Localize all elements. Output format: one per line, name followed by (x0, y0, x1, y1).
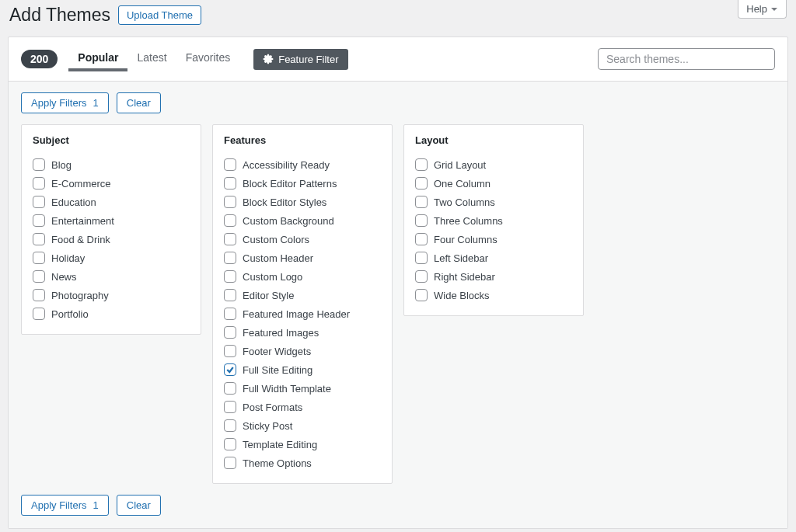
checkbox[interactable] (415, 196, 428, 208)
filter-checkbox-row[interactable]: Photography (33, 286, 190, 304)
filter-checkbox-row[interactable]: Theme Options (224, 454, 381, 472)
filter-checkbox-row[interactable]: Custom Background (224, 211, 381, 230)
checkbox[interactable] (415, 270, 428, 283)
filter-checkbox-row[interactable]: Sticky Post (224, 416, 381, 435)
apply-filters-button[interactable]: Apply Filters 1 (21, 92, 109, 113)
tab-favorites[interactable]: Favorites (176, 47, 240, 71)
apply-filters-button-bottom[interactable]: Apply Filters 1 (21, 495, 109, 516)
checkbox[interactable] (224, 270, 236, 283)
checkbox[interactable] (415, 289, 428, 301)
clear-filters-button-bottom[interactable]: Clear (117, 495, 161, 516)
filter-checkbox-row[interactable]: Holiday (33, 249, 190, 267)
filter-checkbox-row[interactable]: Editor Style (224, 286, 381, 304)
checkbox[interactable] (224, 289, 236, 301)
filter-checkbox-row[interactable]: Custom Header (224, 249, 381, 267)
checkbox[interactable] (224, 438, 236, 450)
checkbox-label: Left Sidebar (434, 252, 488, 264)
filter-checkbox-row[interactable]: Full Site Editing (224, 360, 381, 379)
checkbox-checked[interactable] (224, 363, 236, 376)
feature-filter-button[interactable]: Feature Filter (253, 49, 347, 70)
feature-filter-body: Apply Filters 1 Clear Subject BlogE-Comm… (9, 82, 787, 528)
checkbox-label: Portfolio (51, 308, 89, 320)
filter-checkbox-row[interactable]: Portfolio (33, 304, 190, 323)
tab-popular[interactable]: Popular (68, 47, 127, 71)
page-header: Add Themes Upload Theme (0, 0, 796, 37)
filter-checkbox-row[interactable]: One Column (415, 174, 572, 193)
checkbox[interactable] (415, 177, 428, 190)
filter-checkbox-row[interactable]: Three Columns (415, 211, 572, 230)
filter-checkbox-row[interactable]: Template Editing (224, 435, 381, 454)
checkbox[interactable] (415, 233, 428, 245)
filter-checkbox-row[interactable]: Blog (33, 155, 190, 174)
filter-checkbox-row[interactable]: Block Editor Patterns (224, 174, 381, 193)
filter-checkbox-row[interactable]: Post Formats (224, 398, 381, 416)
checkbox[interactable] (33, 214, 45, 227)
search-input[interactable] (598, 48, 775, 70)
search-wrap (598, 48, 775, 70)
filter-checkbox-row[interactable]: Footer Widgets (224, 342, 381, 360)
filter-checkbox-row[interactable]: News (33, 267, 190, 286)
filter-checkbox-row[interactable]: Full Width Template (224, 379, 381, 398)
upload-theme-button[interactable]: Upload Theme (118, 5, 201, 25)
filter-column-features: Features Accessibility ReadyBlock Editor… (212, 124, 393, 484)
help-dropdown[interactable]: Help (738, 0, 787, 19)
filter-checkbox-row[interactable]: Four Columns (415, 230, 572, 249)
feature-filter-label: Feature Filter (278, 54, 338, 65)
filter-checkbox-row[interactable]: Custom Colors (224, 230, 381, 249)
checkbox[interactable] (224, 308, 236, 320)
checkbox[interactable] (33, 158, 45, 171)
checkbox[interactable] (224, 382, 236, 395)
checkbox[interactable] (33, 289, 45, 301)
filter-checkbox-row[interactable]: Custom Logo (224, 267, 381, 286)
filter-checkbox-row[interactable]: Block Editor Styles (224, 193, 381, 211)
filter-actions-top: Apply Filters 1 Clear (21, 92, 775, 113)
checkbox[interactable] (224, 326, 236, 339)
checkbox[interactable] (224, 214, 236, 227)
checkbox-label: Wide Blocks (434, 290, 490, 301)
tab-latest[interactable]: Latest (127, 47, 176, 71)
filter-checkbox-row[interactable]: Accessibility Ready (224, 155, 381, 174)
checkbox-label: Holiday (51, 252, 85, 264)
checkbox[interactable] (224, 401, 236, 413)
filter-checkbox-row[interactable]: Wide Blocks (415, 286, 572, 304)
check-icon (225, 365, 235, 374)
checkbox[interactable] (224, 196, 236, 208)
checkbox-label: News (51, 271, 77, 283)
filter-checkbox-row[interactable]: Entertainment (33, 211, 190, 230)
checkbox-label: Custom Background (243, 215, 334, 227)
checkbox-label: Sticky Post (243, 420, 292, 432)
checkbox[interactable] (33, 270, 45, 283)
apply-filters-label: Apply Filters (31, 97, 87, 109)
filter-checkbox-row[interactable]: Grid Layout (415, 155, 572, 174)
checkbox[interactable] (415, 214, 428, 227)
checkbox[interactable] (33, 233, 45, 245)
checkbox[interactable] (33, 177, 45, 190)
checkbox[interactable] (415, 158, 428, 171)
checkbox[interactable] (33, 252, 45, 264)
checkbox[interactable] (415, 252, 428, 264)
checkbox-label: Accessibility Ready (243, 159, 330, 171)
checkbox[interactable] (224, 457, 236, 469)
checkbox[interactable] (33, 308, 45, 320)
apply-filters-label: Apply Filters (31, 499, 87, 511)
filter-checkbox-row[interactable]: E-Commerce (33, 174, 190, 193)
clear-filters-button[interactable]: Clear (117, 92, 161, 113)
filter-checkbox-row[interactable]: Featured Images (224, 323, 381, 342)
checkbox-label: Block Editor Styles (243, 196, 326, 208)
checkbox[interactable] (224, 419, 236, 432)
checkbox[interactable] (224, 252, 236, 264)
checkbox[interactable] (224, 233, 236, 245)
checkbox[interactable] (224, 177, 236, 190)
filter-toolbar: 200 Popular Latest Favorites Feature Fil… (9, 37, 787, 82)
filter-column-layout: Layout Grid LayoutOne ColumnTwo ColumnsT… (403, 124, 584, 316)
filter-checkbox-row[interactable]: Two Columns (415, 193, 572, 211)
filter-checkbox-row[interactable]: Right Sidebar (415, 267, 572, 286)
checkbox[interactable] (224, 345, 236, 357)
checkbox[interactable] (33, 196, 45, 208)
filter-checkbox-row[interactable]: Food & Drink (33, 230, 190, 249)
filter-checkbox-row[interactable]: Education (33, 193, 190, 211)
checkbox-label: Blog (51, 159, 72, 171)
checkbox[interactable] (224, 158, 236, 171)
filter-checkbox-row[interactable]: Left Sidebar (415, 249, 572, 267)
filter-checkbox-row[interactable]: Featured Image Header (224, 304, 381, 323)
